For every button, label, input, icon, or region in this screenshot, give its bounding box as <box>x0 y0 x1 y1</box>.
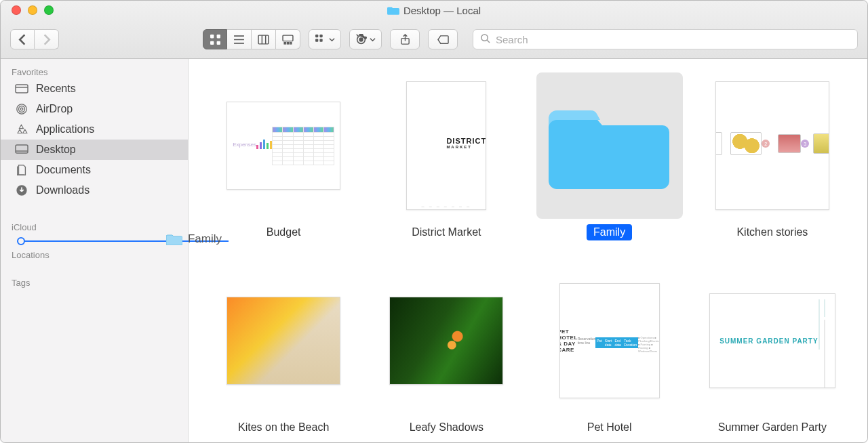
svg-rect-0 <box>210 35 214 38</box>
svg-rect-1 <box>216 35 220 38</box>
svg-point-21 <box>481 34 488 40</box>
file-thumbnail: In the Market 1 2 3 4 <box>715 81 829 210</box>
sidebar-item-label: Recents <box>36 83 76 95</box>
nav-group <box>10 29 59 49</box>
file-label[interactable]: Kitchen stories <box>730 224 814 240</box>
svg-rect-3 <box>216 41 220 44</box>
column-view-button[interactable] <box>252 29 276 49</box>
sidebar-item-label: AirDrop <box>36 103 73 115</box>
icon-grid: Expenses Budget DISTR <box>189 59 867 442</box>
file-item-budget[interactable]: Expenses Budget <box>202 72 365 240</box>
sidebar-item-desktop[interactable]: Desktop <box>1 140 188 160</box>
sidebar-item-documents[interactable]: Documents <box>1 160 188 180</box>
back-button[interactable] <box>10 29 35 49</box>
file-label[interactable]: Summer Garden Party <box>711 419 833 436</box>
desktop-icon <box>14 143 29 156</box>
sidebar-item-label: Downloads <box>36 184 90 196</box>
title-row: Desktop — Local <box>1 1 867 20</box>
file-item-district-market[interactable]: DISTRICTMARKET — — — — — — — District Ma… <box>365 72 528 240</box>
insertion-dot-icon <box>17 237 25 245</box>
svg-line-22 <box>487 40 490 43</box>
svg-rect-16 <box>315 39 318 41</box>
chevron-down-icon <box>370 34 376 45</box>
file-label[interactable]: Family <box>587 224 632 240</box>
titlebar: Desktop — Local <box>1 1 867 59</box>
svg-rect-17 <box>319 39 322 41</box>
action-menu-button[interactable] <box>349 29 382 49</box>
folder-icon <box>549 97 671 194</box>
window-title: Desktop — Local <box>1 5 867 16</box>
file-item-kitchen-stories[interactable]: In the Market 1 2 3 4 Kitchen stories <box>691 72 854 240</box>
search-icon <box>480 33 490 46</box>
svg-rect-13 <box>290 42 292 43</box>
sidebar: Favorites Recents AirDrop Applications <box>1 59 189 442</box>
svg-rect-23 <box>16 85 28 93</box>
file-item-summer-garden-party[interactable]: SUMMER GARDEN PARTY <box>691 268 854 436</box>
fullscreen-window-button[interactable] <box>44 5 54 15</box>
sidebar-section-favorites: Favorites <box>1 63 188 79</box>
sidebar-item-label: Desktop <box>36 144 76 156</box>
documents-icon <box>14 163 29 177</box>
sidebar-item-applications[interactable]: Applications <box>1 119 188 140</box>
folder-item-family[interactable]: Family <box>528 72 691 240</box>
file-thumbnail <box>389 297 503 385</box>
svg-rect-28 <box>16 145 28 153</box>
downloads-icon <box>14 184 29 197</box>
window-title-text: Desktop — Local <box>403 5 481 16</box>
share-button[interactable] <box>390 29 420 49</box>
file-item-kites[interactable]: Kites on the Beach <box>202 268 365 436</box>
svg-rect-11 <box>284 42 285 43</box>
folder-icon <box>387 5 399 15</box>
gallery-view-button[interactable] <box>276 29 300 49</box>
file-label[interactable]: Leafy Shadows <box>403 419 490 436</box>
sidebar-item-downloads[interactable]: Downloads <box>1 180 188 201</box>
file-item-pet-hotel[interactable]: PET HOTEL & DAY CARE Reservation time li… <box>528 268 691 436</box>
view-mode-group <box>203 29 300 49</box>
window-body: Favorites Recents AirDrop Applications <box>1 59 867 442</box>
svg-rect-15 <box>319 35 322 37</box>
list-view-button[interactable] <box>227 29 252 49</box>
file-thumbnail <box>226 297 340 385</box>
content-area[interactable]: Expenses Budget DISTR <box>189 59 867 442</box>
file-thumbnail: PET HOTEL & DAY CARE Reservation time li… <box>559 283 660 398</box>
search-input[interactable] <box>496 34 850 45</box>
svg-rect-14 <box>315 35 318 37</box>
file-label[interactable]: Pet Hotel <box>580 419 639 436</box>
icon-view-button[interactable] <box>203 29 227 49</box>
sidebar-section-locations[interactable]: Locations <box>1 246 188 261</box>
svg-rect-2 <box>210 41 214 44</box>
svg-point-26 <box>19 106 25 112</box>
file-label[interactable]: Budget <box>260 224 308 240</box>
close-window-button[interactable] <box>12 5 21 15</box>
svg-rect-12 <box>287 42 288 43</box>
chevron-down-icon <box>329 34 335 45</box>
file-label[interactable]: District Market <box>405 224 488 240</box>
sidebar-section-icloud[interactable]: iCloud <box>1 218 188 234</box>
sidebar-section-tags[interactable]: Tags <box>1 274 188 289</box>
applications-icon <box>14 123 29 136</box>
finder-window: Desktop — Local <box>0 0 868 443</box>
toolbar <box>1 20 867 59</box>
svg-point-19 <box>359 38 362 41</box>
minimize-window-button[interactable] <box>28 5 37 15</box>
file-label[interactable]: Kites on the Beach <box>231 419 336 436</box>
file-item-leafy-shadows[interactable]: Leafy Shadows <box>365 268 528 436</box>
svg-rect-10 <box>283 35 293 41</box>
file-thumbnail: Expenses <box>226 102 340 190</box>
sidebar-item-airdrop[interactable]: AirDrop <box>1 99 188 119</box>
recents-icon <box>14 82 29 96</box>
sidebar-item-recents[interactable]: Recents <box>1 79 188 99</box>
window-controls <box>1 5 54 15</box>
search-field[interactable] <box>473 29 858 49</box>
svg-rect-7 <box>258 35 269 44</box>
group-by-button[interactable] <box>309 29 341 49</box>
file-thumbnail: DISTRICTMARKET — — — — — — — <box>406 81 486 210</box>
sidebar-item-label: Applications <box>36 123 94 135</box>
edit-tags-button[interactable] <box>428 29 458 49</box>
sidebar-item-label: Documents <box>36 164 91 176</box>
forward-button[interactable] <box>35 29 59 49</box>
airdrop-icon <box>14 102 29 116</box>
file-thumbnail: SUMMER GARDEN PARTY <box>709 293 835 388</box>
svg-point-25 <box>20 108 23 110</box>
